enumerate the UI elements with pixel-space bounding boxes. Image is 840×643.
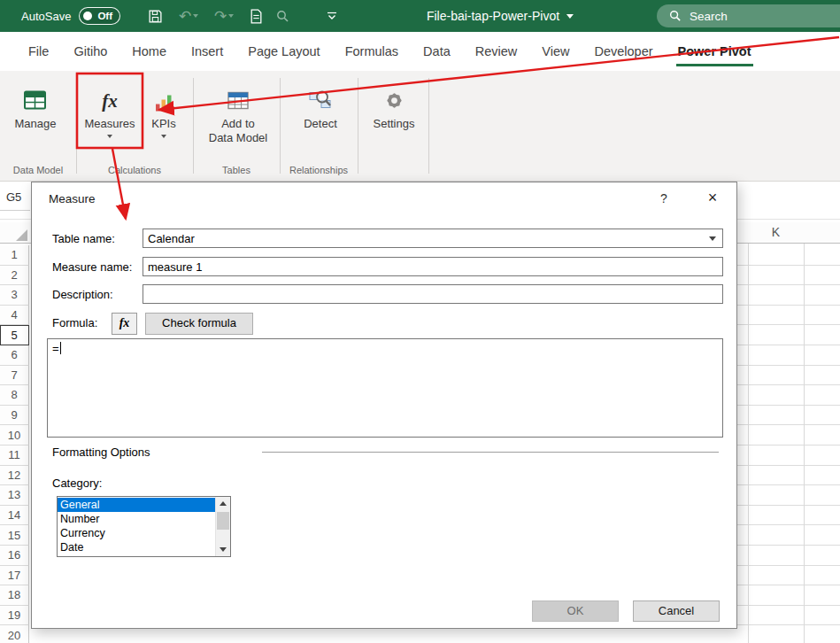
tab-insert[interactable]: Insert: [179, 32, 235, 71]
row-header[interactable]: 17: [0, 566, 29, 586]
excel-window: AutoSave Off ↶ ↷: [0, 0, 840, 643]
description-input[interactable]: [143, 284, 723, 304]
check-formula-button[interactable]: Check formula: [145, 313, 253, 335]
row-header[interactable]: 8: [0, 385, 29, 406]
row-header[interactable]: 11: [0, 445, 29, 466]
row-header-active[interactable]: 5: [0, 325, 29, 345]
row-header[interactable]: 18: [0, 585, 29, 606]
row-header[interactable]: 9: [0, 406, 29, 426]
listbox-scrollbar[interactable]: [215, 497, 230, 556]
row-header[interactable]: 2: [0, 266, 29, 286]
qat-customize-button[interactable]: [320, 0, 343, 32]
cancel-button[interactable]: Cancel: [633, 600, 720, 622]
tab-power-pivot[interactable]: Power Pivot: [666, 32, 764, 71]
redo-button[interactable]: ↷: [209, 0, 239, 32]
tab-gitiho[interactable]: Gitiho: [61, 32, 119, 71]
scroll-up-icon[interactable]: [216, 497, 230, 510]
tab-data[interactable]: Data: [411, 32, 463, 71]
row-header[interactable]: 4: [0, 306, 29, 326]
detect-label: Detect: [304, 117, 337, 131]
select-all-corner-icon[interactable]: [16, 229, 27, 241]
document-title[interactable]: File-bai-tap-Power-Pivot: [427, 0, 574, 32]
row-header[interactable]: 10: [0, 425, 29, 445]
search-box[interactable]: Search: [657, 4, 840, 27]
measures-button[interactable]: fx Measures: [80, 75, 140, 162]
ribbon-group-divider: [280, 78, 281, 174]
cell-grid[interactable]: [737, 245, 840, 643]
name-box-value: G5: [6, 190, 21, 204]
add-to-data-model-icon: [225, 75, 251, 112]
tab-formulas[interactable]: Formulas: [333, 32, 411, 71]
ribbon-group-divider: [428, 78, 429, 174]
row-header[interactable]: 12: [0, 466, 29, 486]
settings-button[interactable]: Settings: [363, 75, 425, 162]
formatting-options-label: Formatting Options: [52, 445, 150, 459]
category-option-date[interactable]: Date: [58, 540, 215, 554]
detect-button[interactable]: Detect: [290, 75, 351, 162]
formula-textarea[interactable]: =: [47, 338, 723, 438]
autosave-toggle[interactable]: Off: [79, 7, 120, 25]
category-option-number[interactable]: Number: [58, 512, 215, 526]
settings-label: Settings: [374, 117, 415, 131]
row-header[interactable]: 1: [0, 245, 29, 266]
gridline-vertical: [748, 244, 749, 643]
text-cursor: [60, 342, 61, 354]
scrollbar-thumb[interactable]: [217, 512, 229, 530]
ok-button[interactable]: OK: [532, 600, 619, 622]
category-option-currency[interactable]: Currency: [58, 526, 215, 540]
row-header[interactable]: 15: [0, 525, 29, 546]
title-chevron-down-icon: [566, 14, 574, 19]
dialog-close-button[interactable]: ×: [697, 186, 728, 209]
qat-chevron-icon: [326, 12, 338, 21]
measure-dialog: Measure ? × Table name: Calendar Measure…: [31, 182, 737, 629]
manage-data-model-icon: [22, 75, 49, 112]
tab-review[interactable]: Review: [463, 32, 530, 71]
search-icon: [669, 10, 682, 22]
print-preview-button[interactable]: [244, 0, 267, 32]
kpis-icon: [155, 75, 173, 112]
category-listbox: General Number Currency Date: [57, 496, 231, 557]
category-label: Category:: [52, 476, 102, 490]
group-label-calculations: Calculations: [76, 165, 193, 175]
category-option-general[interactable]: General: [58, 498, 215, 512]
ribbon-group-divider: [358, 78, 358, 174]
category-items: General Number Currency Date: [58, 497, 215, 556]
tab-home[interactable]: Home: [119, 32, 179, 71]
insert-function-button[interactable]: fx: [112, 313, 137, 335]
autosave-knob-icon: [83, 12, 92, 20]
tab-file[interactable]: File: [16, 32, 61, 71]
undo-button[interactable]: ↶: [173, 0, 204, 32]
row-header[interactable]: 6: [0, 345, 29, 366]
row-header[interactable]: 13: [0, 485, 29, 506]
dialog-help-button[interactable]: ?: [650, 188, 678, 209]
column-header-k[interactable]: K: [748, 222, 804, 243]
measure-name-input[interactable]: [143, 257, 723, 276]
table-name-value: Calendar: [148, 232, 195, 245]
add-to-data-model-button[interactable]: Add to Data Model: [202, 75, 274, 162]
kpis-button[interactable]: KPIs: [143, 75, 184, 162]
undo-icon: ↶: [179, 9, 191, 24]
redo-icon: ↷: [214, 9, 227, 24]
row-header[interactable]: 14: [0, 506, 29, 526]
row-header[interactable]: 19: [0, 606, 29, 626]
kpis-label: KPIs: [151, 117, 175, 131]
row-header[interactable]: 20: [0, 625, 29, 643]
formula-label: Formula:: [52, 316, 97, 329]
add-to-data-model-label-line1: Add to: [221, 117, 255, 131]
tab-developer[interactable]: Developer: [582, 32, 665, 71]
ribbon: Manage fx Measures KPIs: [0, 71, 840, 182]
table-name-combobox[interactable]: Calendar: [143, 229, 723, 248]
name-box[interactable]: G5: [0, 184, 30, 211]
tab-page-layout[interactable]: Page Layout: [235, 32, 332, 71]
row-header[interactable]: 7: [0, 366, 29, 386]
manage-button[interactable]: Manage: [4, 75, 67, 162]
print-preview-icon: [250, 9, 263, 24]
tab-view[interactable]: View: [529, 32, 582, 71]
save-button[interactable]: [143, 0, 166, 32]
magnifier-icon: [276, 10, 289, 23]
row-header[interactable]: 16: [0, 546, 29, 566]
quick-search-button[interactable]: [271, 0, 294, 32]
autosave-label: AutoSave: [21, 10, 71, 23]
scroll-down-icon[interactable]: [216, 543, 230, 556]
row-header[interactable]: 3: [0, 285, 29, 306]
